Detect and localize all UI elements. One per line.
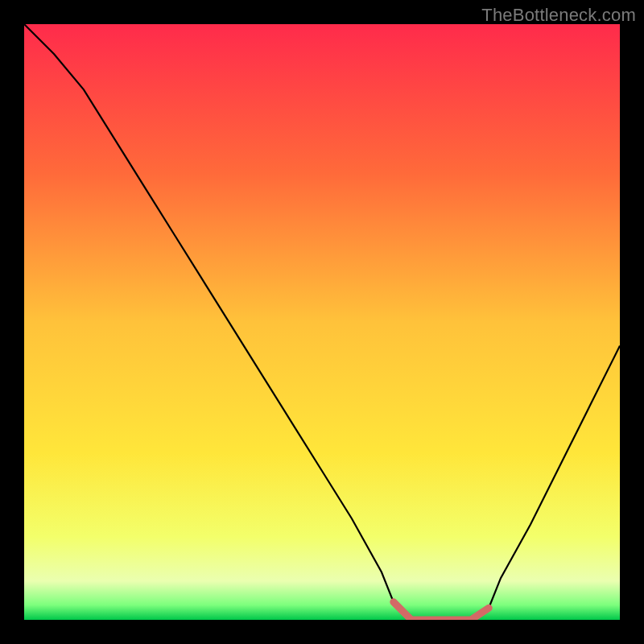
chart-background [24, 24, 620, 620]
chart-frame [24, 24, 620, 620]
watermark-text: TheBottleneck.com [481, 5, 636, 26]
bottleneck-chart [24, 24, 620, 620]
